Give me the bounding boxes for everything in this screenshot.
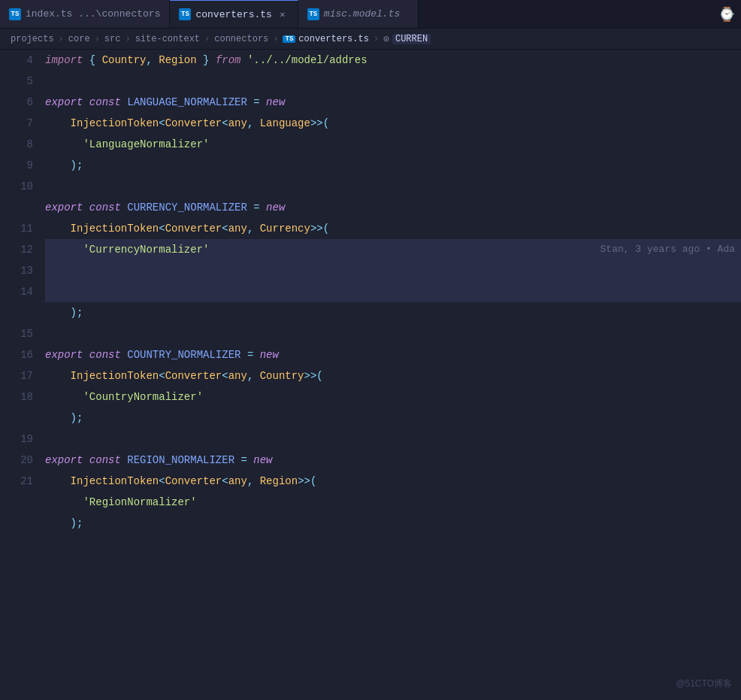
blame-tooltip: Stan, 3 years ago • Ada [594,239,741,260]
breadcrumb-core: core [68,34,90,44]
code-line-14: export const COUNTRY_NORMALIZER = new [45,344,741,365]
code-line-20: ); [45,513,741,534]
code-line-16: ); [45,408,741,429]
watermark: @51CTO博客 [676,673,732,694]
tab-extra-button[interactable]: ⌚ [712,0,741,28]
breadcrumb-sep2: › [95,34,100,44]
breadcrumb-sep3: › [125,34,130,44]
breadcrumb-projects: projects [11,34,54,44]
code-line-18: export const REGION_NORMALIZER = new [45,450,741,471]
code-content: import { Country, Region } from '../../m… [39,50,741,700]
tab-converters-icon: TS [179,8,191,20]
tab-converters-label: converters.ts [195,9,271,20]
tab-misc[interactable]: TS misc.model.ts [298,0,419,28]
breadcrumb-site-context: site-context [135,34,200,44]
linenum-12: 12 [9,239,33,260]
code-line-6b: InjectionToken<Converter<any, Language>>… [45,113,741,134]
code-line-5 [45,71,741,92]
breadcrumb-sep5: › [273,34,278,44]
breadcrumb-filename: converters.ts [298,34,369,44]
code-line-15: 'CountryNormalizer' [45,386,741,408]
tab-converters-close[interactable]: ✕ [277,8,289,20]
breadcrumb-symbol-icon: ⊙ [383,33,389,45]
tab-index-icon: TS [9,8,21,20]
linenum-9: 9 [9,155,33,176]
linenum-8: 8 [9,134,33,155]
tab-index-label: index.ts ...\connectors [26,8,160,20]
code-line-6: export const LANGUAGE_NORMALIZER = new [45,92,741,113]
code-line-13 [45,323,741,344]
tab-index[interactable]: TS index.ts ...\connectors [0,0,170,28]
code-line-14b: InjectionToken<Converter<any, Country>>( [45,365,741,386]
code-line-8: ); [45,155,741,176]
linenum-10: 10 [9,176,33,197]
breadcrumb-sep6: › [374,34,379,44]
code-line-11: 'CurrencyNormalizer' Stan, 3 years ago •… [45,239,741,302]
code-line-17 [45,429,741,450]
linenum-11: 11 [9,218,33,239]
code-line-10: export const CURRENCY_NORMALIZER = new [45,197,741,218]
breadcrumb-file-icon: TS [283,35,295,43]
code-line-9 [45,176,741,197]
linenum-7: 7 [9,113,33,134]
code-line-4: import { Country, Region } from '../../m… [45,50,741,71]
breadcrumb-symbol: CURREN [392,34,431,44]
linenum-20: 20 [9,450,33,471]
breadcrumb: projects › core › src › site-context › c… [0,29,741,50]
linenum-13: 13 [9,260,33,281]
linenum-16: 16 [9,344,33,365]
linenum-18: 18 [9,386,33,408]
linenum-14b [9,302,33,323]
linenum-10b [9,197,33,218]
breadcrumb-src: src [104,34,121,44]
linenum-15: 15 [9,323,33,344]
code-line-21 [45,534,741,555]
breadcrumb-sep4: › [204,34,210,44]
linenum-18b [9,408,33,429]
linenum-19: 19 [9,429,33,450]
breadcrumb-sep1: › [59,34,64,44]
line-numbers: 4 5 6 7 8 9 10 11 12 13 14 15 16 17 18 1… [0,50,39,700]
tab-misc-label: misc.model.ts [324,8,400,20]
code-area: 4 5 6 7 8 9 10 11 12 13 14 15 16 17 18 1… [0,50,741,700]
linenum-4: 4 [9,50,33,71]
code-line-19: 'RegionNormalizer' [45,492,741,513]
code-line-10b: InjectionToken<Converter<any, Currency>>… [45,218,741,239]
code-line-18b: InjectionToken<Converter<any, Region>>( [45,471,741,492]
code-line-12: ); [45,302,741,323]
breadcrumb-connectors: connectors [214,34,268,44]
tab-misc-icon: TS [307,8,319,20]
code-line-7: 'LanguageNormalizer' [45,134,741,155]
linenum-14: 14 [9,281,33,302]
linenum-5: 5 [9,71,33,92]
tab-bar: TS index.ts ...\connectors TS converters… [0,0,741,29]
tab-converters[interactable]: TS converters.ts ✕ [170,0,298,28]
linenum-17: 17 [9,365,33,386]
linenum-6: 6 [9,92,33,113]
linenum-21: 21 [9,471,33,492]
